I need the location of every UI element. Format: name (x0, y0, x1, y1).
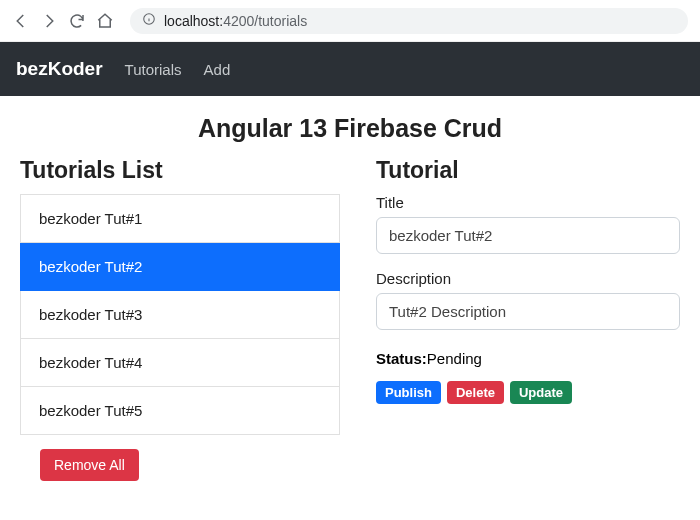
nav-link-tutorials[interactable]: Tutorials (125, 61, 182, 78)
brand[interactable]: bezKoder (16, 58, 103, 80)
status-value: Pending (427, 350, 482, 367)
list-item[interactable]: bezkoder Tut#1 (20, 194, 340, 243)
url-text: localhost:4200/tutorials (164, 13, 307, 29)
tutorials-list: bezkoder Tut#1 bezkoder Tut#2 bezkoder T… (20, 194, 340, 435)
browser-toolbar: localhost:4200/tutorials (0, 0, 700, 42)
list-item[interactable]: bezkoder Tut#4 (20, 339, 340, 387)
title-input[interactable] (376, 217, 680, 254)
nav-link-add[interactable]: Add (204, 61, 231, 78)
status-label: Status: (376, 350, 427, 367)
list-item[interactable]: bezkoder Tut#3 (20, 291, 340, 339)
update-button[interactable]: Update (510, 381, 572, 404)
reload-icon[interactable] (68, 12, 86, 30)
description-label: Description (376, 270, 680, 287)
detail-heading: Tutorial (376, 157, 680, 184)
home-icon[interactable] (96, 12, 114, 30)
info-icon (142, 12, 156, 30)
remove-all-button[interactable]: Remove All (40, 449, 139, 481)
page-title: Angular 13 Firebase Crud (0, 114, 700, 143)
description-input[interactable] (376, 293, 680, 330)
publish-button[interactable]: Publish (376, 381, 441, 404)
forward-icon[interactable] (40, 12, 58, 30)
list-heading: Tutorials List (20, 157, 340, 184)
address-bar[interactable]: localhost:4200/tutorials (130, 8, 688, 34)
list-item[interactable]: bezkoder Tut#2 (20, 243, 340, 291)
status-line: Status:Pending (376, 350, 680, 367)
delete-button[interactable]: Delete (447, 381, 504, 404)
list-item[interactable]: bezkoder Tut#5 (20, 387, 340, 435)
title-label: Title (376, 194, 680, 211)
back-icon[interactable] (12, 12, 30, 30)
app-navbar: bezKoder Tutorials Add (0, 42, 700, 96)
